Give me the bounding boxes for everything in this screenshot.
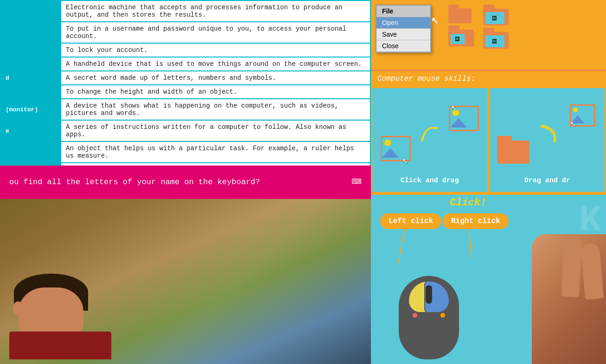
click-text: Click!: [450, 197, 486, 209]
definition-cell: A secret word made up of letters, number…: [61, 71, 370, 85]
table-row: dA secret word made up of letters, numbe…: [0, 71, 370, 85]
mouse-scroll-wheel: [426, 285, 432, 304]
right-panel: File Open Save Close ↖ 🖼: [371, 0, 606, 364]
term-cell: [0, 57, 61, 71]
drag-drop-label: Drag and dr: [524, 174, 570, 187]
drag-drop-visual: ↖: [495, 93, 600, 174]
definition-cell: To change the height and width of an obj…: [61, 85, 370, 99]
hand-body: [532, 234, 606, 364]
term-cell: [0, 43, 61, 57]
mouse-illustration: [389, 262, 468, 359]
keyboard-icon: ⌨: [351, 172, 362, 192]
table-row: A handheld device that is used to move t…: [0, 57, 370, 71]
file-menu-box: File Open Save Close: [376, 5, 431, 53]
keyboard-banner: ou find all the letters of your name on …: [0, 166, 371, 199]
term-cell: [0, 0, 61, 22]
table-row: To put in a username and password unique…: [0, 22, 370, 43]
file-menu-section: File Open Save Close ↖ 🖼: [371, 0, 606, 70]
definition-cell: A series of instructions written for a c…: [61, 120, 370, 141]
table-row: To lock your account.: [0, 43, 370, 57]
file-menu-item-close: Close: [376, 40, 430, 52]
term-cell: (monitor): [0, 99, 61, 120]
file-menu-item-save: Save: [376, 29, 430, 40]
definition-cell: To put in a username and password unique…: [61, 22, 370, 43]
definition-cell: To lock your account.: [61, 43, 370, 57]
mouse-skills-grid: ↖ ↖ Click and drag: [371, 87, 606, 193]
left-click-label: Left click: [380, 213, 441, 229]
cursor-icon: ↖: [431, 14, 439, 27]
mouse-skills-title: Computer mouse skills:: [377, 75, 475, 83]
right-click-connector: [468, 226, 472, 259]
left-panel: Electronic machine that accepts and proc…: [0, 0, 371, 364]
term-cell: [0, 141, 61, 163]
click-drag-label: Click and drag: [401, 174, 459, 187]
right-folder-group: 🖼 🖼: [483, 5, 509, 49]
definition-cell: A device that shows what is happening on…: [61, 99, 370, 120]
photo-section: [0, 199, 371, 364]
folder-icons-group: 🖼: [448, 5, 474, 46]
table-row: (monitor)A device that shows what is hap…: [0, 99, 370, 120]
mouse-skills-banner: Computer mouse skills:: [371, 70, 606, 87]
child-photo: [0, 199, 371, 364]
folder-icon-3: 🖼: [483, 5, 509, 26]
keyboard-question-text: ou find all the letters of your name on …: [9, 178, 260, 186]
folder-icon-1: [448, 5, 472, 23]
definition-cell: An object that helps us with a particula…: [61, 141, 370, 163]
mouse-dot-right: [440, 313, 445, 318]
table-row: Electronic machine that accepts and proc…: [0, 0, 370, 22]
table-row: To change the height and width of an obj…: [0, 85, 370, 99]
folder-icon-4: 🖼: [483, 28, 509, 49]
table-row: An object that helps us with a particula…: [0, 141, 370, 163]
mouse-dot-left: [413, 313, 417, 318]
folder-icon-2: 🖼: [448, 26, 474, 46]
definition-cell: A handheld device that is used to move t…: [61, 57, 370, 71]
term-cell: d: [0, 71, 61, 85]
finger-middle: [561, 236, 582, 297]
term-cell: [0, 22, 61, 43]
drag-and-drop-cell: ↖ Drag and dr: [489, 87, 606, 193]
left-click-connector: [398, 226, 405, 263]
mouse-bottom-section: Click! Left click Right click K: [371, 193, 606, 364]
mouse-body: [399, 276, 459, 359]
term-cell: e: [0, 120, 61, 141]
hand-illustration: [513, 225, 606, 364]
definition-cell: Electronic machine that accepts and proc…: [61, 0, 370, 22]
click-and-drag-cell: ↖ ↖ Click and drag: [371, 87, 489, 193]
file-menu-item-file: File: [376, 6, 430, 17]
click-drag-visual: ↖ ↖: [377, 93, 483, 174]
term-cell: [0, 85, 61, 99]
k-background-letter: K: [579, 199, 601, 242]
right-click-label: Right click: [443, 213, 509, 229]
vocabulary-table-section: Electronic machine that accepts and proc…: [0, 0, 371, 166]
finger-index: [580, 243, 604, 300]
table-row: eA series of instructions written for a …: [0, 120, 370, 141]
vocabulary-table: Electronic machine that accepts and proc…: [0, 0, 371, 166]
file-menu-item-open: Open: [376, 17, 430, 29]
